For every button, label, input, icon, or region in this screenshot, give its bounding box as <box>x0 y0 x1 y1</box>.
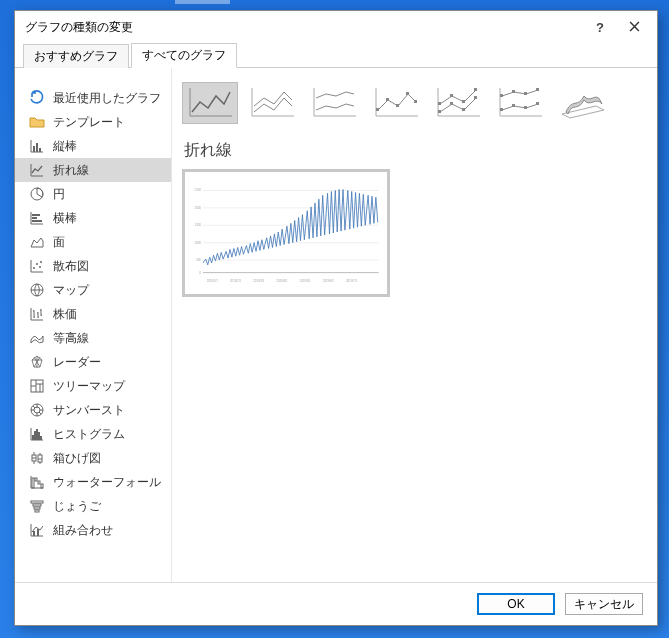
category-treemap[interactable]: ツリーマップ <box>15 374 171 398</box>
category-stock[interactable]: 株価 <box>15 302 171 326</box>
category-label: ツリーマップ <box>53 378 125 395</box>
svg-rect-22 <box>32 478 34 488</box>
svg-point-9 <box>39 266 41 268</box>
category-sunburst[interactable]: サンバースト <box>15 398 171 422</box>
category-waterfall[interactable]: ウォーターフォール <box>15 470 171 494</box>
boxwhisker-chart-icon <box>29 450 45 466</box>
category-templates[interactable]: テンプレート <box>15 110 171 134</box>
stock-chart-icon <box>29 306 45 322</box>
dialog-footer: OK キャンセル <box>15 582 657 625</box>
category-label: レーダー <box>53 354 101 371</box>
svg-rect-25 <box>41 484 43 488</box>
svg-rect-1 <box>36 143 38 152</box>
category-funnel[interactable]: じょうご <box>15 494 171 518</box>
svg-text:2019/5/1: 2019/5/1 <box>300 279 312 283</box>
tab-all-charts[interactable]: すべてのグラフ <box>131 43 237 68</box>
svg-rect-49 <box>536 102 539 105</box>
waterfall-chart-icon <box>29 474 45 490</box>
category-scatter[interactable]: 散布図 <box>15 254 171 278</box>
category-bar[interactable]: 横棒 <box>15 206 171 230</box>
ok-button[interactable]: OK <box>477 593 555 615</box>
svg-rect-43 <box>450 94 453 97</box>
category-recent[interactable]: 最近使用したグラフ <box>15 86 171 110</box>
svg-rect-48 <box>524 106 527 109</box>
category-area[interactable]: 面 <box>15 230 171 254</box>
svg-text:2019/2/1: 2019/2/1 <box>230 279 242 283</box>
scatter-chart-icon <box>29 258 45 274</box>
category-label: 面 <box>53 234 65 251</box>
section-title: 折れ線 <box>184 140 645 161</box>
category-label: 最近使用したグラフ <box>53 90 161 107</box>
svg-rect-39 <box>450 102 453 105</box>
svg-rect-23 <box>35 478 37 481</box>
subtype-3d-line[interactable] <box>554 82 610 124</box>
line-chart-icon <box>29 162 45 178</box>
category-histogram[interactable]: ヒストグラム <box>15 422 171 446</box>
svg-text:2000: 2000 <box>195 206 202 210</box>
category-label: 縦棒 <box>53 138 77 155</box>
category-map[interactable]: マップ <box>15 278 171 302</box>
svg-rect-44 <box>462 100 465 103</box>
svg-rect-24 <box>38 481 40 484</box>
category-label: 組み合わせ <box>53 522 113 539</box>
svg-rect-37 <box>414 100 417 103</box>
taskbar-hint <box>175 0 230 4</box>
category-combo[interactable]: 組み合わせ <box>15 518 171 542</box>
svg-rect-40 <box>462 108 465 111</box>
close-icon <box>629 20 640 35</box>
svg-rect-6 <box>32 220 42 222</box>
svg-rect-41 <box>474 96 477 99</box>
help-button[interactable]: ? <box>583 15 617 39</box>
category-radar[interactable]: レーダー <box>15 350 171 374</box>
category-surface[interactable]: 等高線 <box>15 326 171 350</box>
category-label: 円 <box>53 186 65 203</box>
category-boxwhisker[interactable]: 箱ひげ図 <box>15 446 171 470</box>
svg-rect-18 <box>38 432 40 440</box>
svg-point-8 <box>36 263 38 265</box>
category-label: じょうご <box>53 498 101 515</box>
category-column[interactable]: 縦棒 <box>15 134 171 158</box>
svg-rect-19 <box>40 436 42 440</box>
tab-recommended[interactable]: おすすめグラフ <box>23 44 129 68</box>
recent-icon <box>29 90 45 106</box>
subtype-line-markers[interactable] <box>368 82 424 124</box>
change-chart-type-dialog: グラフの種類の変更 ? おすすめグラフ すべてのグラフ 最近使用したグラフ <box>14 10 658 626</box>
svg-rect-15 <box>32 435 34 440</box>
subtype-row <box>182 82 645 124</box>
subtype-stacked-line[interactable] <box>244 82 300 124</box>
svg-rect-50 <box>500 94 503 97</box>
column-chart-icon <box>29 138 45 154</box>
svg-text:2019/6/1: 2019/6/1 <box>323 279 335 283</box>
cancel-button[interactable]: キャンセル <box>565 593 643 615</box>
svg-rect-31 <box>37 529 39 536</box>
category-line[interactable]: 折れ線 <box>15 158 171 182</box>
category-label: 折れ線 <box>53 162 89 179</box>
category-label: 散布図 <box>53 258 89 275</box>
subtype-100stacked-line-markers[interactable] <box>492 82 548 124</box>
subtype-100stacked-line[interactable] <box>306 82 362 124</box>
category-label: サンバースト <box>53 402 125 419</box>
category-label: ヒストグラム <box>53 426 125 443</box>
funnel-chart-icon <box>29 498 45 514</box>
dialog-title: グラフの種類の変更 <box>25 19 583 36</box>
histogram-chart-icon <box>29 426 45 442</box>
svg-rect-51 <box>512 90 515 93</box>
svg-rect-47 <box>512 104 515 107</box>
category-pie[interactable]: 円 <box>15 182 171 206</box>
chart-preview[interactable]: 2019/1/1 2019/2/1 2019/3/1 2019/4/1 2019… <box>182 169 390 297</box>
svg-text:2019/1/1: 2019/1/1 <box>207 279 219 283</box>
radar-chart-icon <box>29 354 45 370</box>
svg-rect-52 <box>524 92 527 95</box>
category-label: テンプレート <box>53 114 125 131</box>
subtype-stacked-line-markers[interactable] <box>430 82 486 124</box>
category-sidebar: 最近使用したグラフ テンプレート 縦棒 折れ線 <box>15 68 172 582</box>
svg-text:2019/3/1: 2019/3/1 <box>253 279 265 283</box>
combo-chart-icon <box>29 522 45 538</box>
main-panel: 折れ線 2019/1/1 2019/2/1 2019/ <box>172 68 657 582</box>
category-label: 箱ひげ図 <box>53 450 101 467</box>
svg-rect-26 <box>31 501 43 503</box>
category-label: ウォーターフォール <box>53 474 161 491</box>
subtype-line[interactable] <box>182 82 238 124</box>
svg-rect-29 <box>35 510 39 512</box>
close-button[interactable] <box>617 15 651 39</box>
